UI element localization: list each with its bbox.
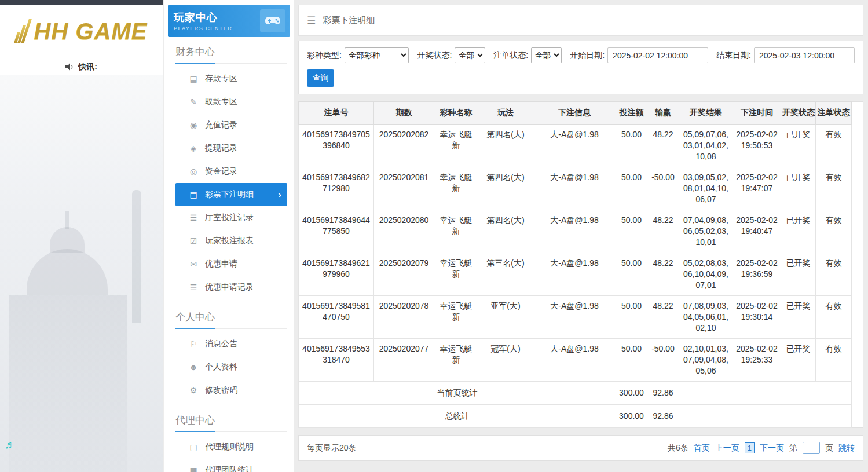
sidebar-subtitle: PLAYERS CENTER (174, 25, 232, 31)
chevron-right-icon: › (278, 189, 281, 200)
sidebar-item-withdraw[interactable]: ✎取款专区 (175, 90, 287, 114)
end-date-input[interactable] (754, 47, 855, 63)
sidebar-item-label: 彩票下注明细 (205, 189, 254, 200)
sidebar-item-funds-record[interactable]: ◎资金记录 (175, 160, 287, 183)
query-button[interactable]: 查询 (307, 69, 334, 87)
lottery-type-select[interactable]: 全部彩种 (345, 47, 409, 63)
sidebar-item-label: 优惠申请记录 (205, 282, 254, 292)
start-date-input[interactable] (607, 47, 708, 63)
sidebar-item-label: 代理团队统计 (205, 465, 254, 472)
total-count: 共6条 (668, 443, 688, 453)
news-bar: 快讯: (0, 58, 163, 75)
table-cell: 50.00 (616, 253, 647, 296)
sidebar-item-label: 玩家投注报表 (205, 236, 254, 246)
sidebar-item-label: 资金记录 (205, 166, 237, 177)
sidebar-item-withdrawal-record[interactable]: ◈提现记录 (175, 137, 287, 160)
column-header: 下注时间 (733, 102, 781, 125)
table-cell: 大-A盘@1.98 (533, 210, 616, 253)
table-cell: 已开奖 (781, 253, 816, 296)
table-cell: 有效 (816, 296, 852, 339)
hall-bet-record-icon: ☰ (188, 213, 199, 222)
table-row: 40156917384964477585020250202080幸运飞艇新第四名… (299, 210, 852, 253)
next-page-link[interactable]: 下一页 (760, 443, 784, 453)
table-cell: 已开奖 (781, 125, 816, 167)
table-cell: 2025-02-02 19:36:59 (733, 253, 781, 296)
table-cell: 401569173849621979960 (299, 253, 374, 296)
gamepad-icon (260, 9, 285, 32)
table-row: 40156917384962197996020250202079幸运飞艇新第三名… (299, 253, 852, 296)
table-cell: 大-A盘@1.98 (533, 296, 616, 339)
table-cell: 50.00 (616, 339, 647, 382)
first-page-link[interactable]: 首页 (694, 443, 710, 453)
table-cell: 50.00 (616, 167, 647, 210)
sidebar-item-label: 优惠申请 (205, 259, 237, 269)
table-cell: 48.22 (647, 253, 679, 296)
sidebar-item-deposit[interactable]: ▤存款专区 (175, 67, 287, 90)
top-edge-strip (0, 0, 163, 5)
table-cell: 20250202077 (374, 339, 434, 382)
table-cell: 03,09,05,02,08,01,04,10,06,07 (679, 167, 733, 210)
lottery-type-label: 彩种类型: (307, 50, 342, 61)
table-cell: 48.22 (647, 296, 679, 339)
table-header-row: 注单号期数彩种名称玩法下注信息投注额输赢开奖结果下注时间开奖状态注单状态 (299, 102, 852, 125)
table-cell: 401569173849581470750 (299, 296, 374, 339)
sidebar-item-label: 厅室投注记录 (205, 213, 254, 223)
table-cell: 20250202078 (374, 296, 434, 339)
sidebar-item-label: 取款专区 (205, 97, 237, 107)
bet-status-select[interactable]: 全部 (531, 47, 562, 63)
sidebar-item-player-bet-report[interactable]: ☑玩家投注报表 (175, 229, 287, 253)
table-cell: 第三名(大) (478, 253, 533, 296)
sidebar-item-label: 消息公告 (205, 339, 237, 349)
current-page[interactable]: 1 (745, 442, 755, 453)
column-header: 注单状态 (816, 102, 852, 125)
draw-status-label: 开奖状态: (417, 50, 452, 61)
column-header: 投注额 (616, 102, 647, 125)
table-cell: 幸运飞艇新 (434, 210, 478, 253)
table-cell: 2025-02-02 19:25:33 (733, 339, 781, 382)
sidebar-section-title: 代理中心 (175, 414, 287, 432)
jump-prefix: 第 (789, 443, 797, 453)
sidebar-item-promo-record[interactable]: ☰优惠申请记录 (175, 276, 287, 299)
column-header: 彩种名称 (434, 102, 478, 125)
sidebar-item-agent-rules[interactable]: ▢代理规则说明 (175, 436, 287, 459)
menu-toggle-icon[interactable]: ☰ (307, 14, 316, 27)
withdraw-icon: ✎ (188, 97, 199, 107)
sidebar-item-lottery-bet-detail[interactable]: ▤彩票下注明细› (175, 183, 287, 206)
sidebar-item-recharge-record[interactable]: ◉充值记录 (175, 114, 287, 137)
draw-status-select[interactable]: 全部 (455, 47, 485, 63)
sidebar-item-password[interactable]: ⚙修改密码 (175, 379, 287, 402)
sidebar-item-agent-team[interactable]: ▦代理团队统计 (175, 459, 287, 472)
sidebar-item-label: 修改密码 (205, 385, 237, 396)
sidebar-item-profile[interactable]: ☻个人资料 (175, 356, 287, 379)
promo-apply-icon: ✉ (188, 259, 199, 269)
sidebar-item-promo-apply[interactable]: ✉优惠申请 (175, 253, 287, 276)
table-cell: 05,09,07,06,03,01,04,02,10,08 (679, 125, 733, 167)
start-date-label: 开始日期: (570, 50, 605, 61)
table-cell: 20250202080 (374, 210, 434, 253)
table-cell: 2025-02-02 19:30:14 (733, 296, 781, 339)
table-cell: 冠军(大) (478, 339, 533, 382)
sidebar-item-announcement[interactable]: ⚐消息公告 (175, 332, 287, 356)
sidebar-item-label: 代理规则说明 (205, 442, 254, 452)
table-cell: 有效 (816, 167, 852, 210)
agent-team-icon: ▦ (188, 466, 199, 472)
summary-win-loss: 92.86 (647, 405, 679, 428)
table-cell: 2025-02-02 19:50:53 (733, 125, 781, 167)
sidebar-item-label: 个人资料 (205, 362, 237, 372)
jump-link[interactable]: 跳转 (838, 443, 855, 453)
table-cell: 20250202081 (374, 167, 434, 210)
news-label: 快讯: (78, 62, 97, 72)
sidebar-title: 玩家中心 (174, 10, 232, 24)
sidebar-item-label: 充值记录 (205, 120, 237, 130)
table-cell: 2025-02-02 19:40:47 (733, 210, 781, 253)
summary-label: 当前页统计 (299, 382, 616, 405)
table-body: 40156917384970539684020250202082幸运飞艇新第四名… (299, 125, 852, 428)
sidebar-item-hall-bet-record[interactable]: ☰厅室投注记录 (175, 206, 287, 229)
logo-text: HH GAME (34, 19, 148, 45)
summary-row: 总统计300.0092.86 (299, 405, 852, 428)
summary-win-loss: 92.86 (647, 382, 679, 405)
page-jump-input[interactable] (803, 442, 820, 454)
table-cell: 第四名(大) (478, 125, 533, 167)
prev-page-link[interactable]: 上一页 (715, 443, 739, 453)
music-toggle-icon[interactable]: ♬ (5, 439, 15, 451)
